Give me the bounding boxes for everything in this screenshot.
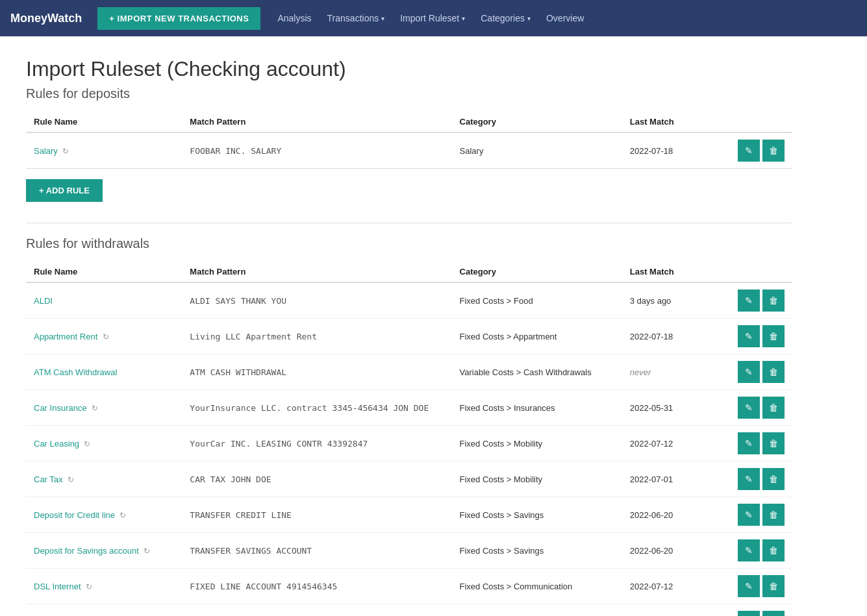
nav-link-transactions[interactable]: Transactions▾	[321, 13, 392, 23]
delete-rule-button[interactable]: 🗑	[762, 325, 785, 347]
rule-name-link[interactable]: Car Leasing	[34, 439, 79, 449]
match-pattern-cell: GreenPower Corporated account no. 473293…	[182, 604, 451, 617]
withdrawals-section-title: Rules for withdrawals	[26, 236, 792, 251]
edit-rule-button[interactable]: ✎	[738, 611, 760, 616]
table-row: Car Tax ↻CAR TAX JOHN DOEFixed Costs > M…	[26, 462, 792, 497]
deposits-table: Rule Name Match Pattern Category Last Ma…	[26, 112, 792, 169]
rule-name-link[interactable]: ATM Cash Withdrawal	[34, 367, 117, 377]
rule-name-link[interactable]: Appartment Rent	[34, 332, 97, 341]
match-pattern-cell: YourCar INC. LEASING CONTR 43392847	[182, 426, 451, 462]
category-cell: Fixed Costs > Savings	[452, 533, 622, 569]
edit-rule-button[interactable]: ✎	[738, 468, 760, 490]
last-match-cell: never	[622, 354, 722, 390]
edit-rule-button[interactable]: ✎	[738, 361, 760, 383]
table-row: Deposit for Credit line ↻TRANSFER CREDIT…	[26, 497, 792, 533]
edit-icon: ✎	[745, 295, 753, 306]
match-pattern-cell: FOOBAR INC. SALARY	[182, 132, 451, 169]
edit-icon: ✎	[745, 402, 753, 413]
actions-cell: ✎🗑	[722, 569, 792, 604]
last-match-cell: 2022-07-18	[622, 132, 722, 169]
nav-link-analysis[interactable]: Analysis	[271, 13, 318, 23]
delete-rule-button[interactable]: 🗑	[762, 432, 785, 454]
rule-name-link[interactable]: Car Insurance	[34, 403, 87, 413]
actions-cell: ✎🗑	[722, 426, 792, 462]
actions-cell: ✎🗑	[722, 533, 792, 569]
chevron-down-icon: ▾	[462, 15, 465, 22]
rule-name-link[interactable]: Deposit for Savings account	[34, 546, 139, 556]
chevron-down-icon: ▾	[381, 15, 384, 22]
withdrawals-table: Rule Name Match Pattern Category Last Ma…	[26, 262, 792, 616]
category-cell: Fixed Costs > Appartment	[452, 604, 622, 617]
edit-rule-button[interactable]: ✎	[738, 290, 760, 312]
refresh-icon: ↻	[118, 511, 126, 520]
delete-rule-button[interactable]: 🗑	[762, 397, 785, 419]
action-buttons: ✎🗑	[729, 325, 785, 347]
actions-cell: ✎🗑	[722, 390, 792, 426]
table-row: ALDIALDI SAYS THANK YOUFixed Costs > Foo…	[26, 282, 792, 319]
import-new-transactions-button[interactable]: + IMPORT NEW TRANSACTIONS	[97, 7, 260, 30]
edit-icon: ✎	[745, 545, 753, 556]
edit-rule-button[interactable]: ✎	[738, 432, 760, 454]
trash-icon: 🗑	[769, 510, 778, 520]
navbar: MoneyWatch + IMPORT NEW TRANSACTIONS Ana…	[0, 0, 867, 36]
action-buttons: ✎🗑	[729, 432, 785, 454]
edit-icon: ✎	[745, 145, 753, 156]
col-header-match-pattern-deposits: Match Pattern	[182, 112, 451, 132]
match-pattern-cell: YourInsurance LLC. contract 3345-456434 …	[182, 390, 451, 426]
main-content: Import Ruleset (Checking account) Rules …	[0, 36, 818, 616]
delete-rule-button[interactable]: 🗑	[762, 539, 785, 561]
rule-name-link[interactable]: Deposit for Credit line	[34, 510, 115, 520]
nav-link-import-ruleset[interactable]: Import Ruleset▾	[394, 13, 471, 23]
trash-icon: 🗑	[769, 331, 778, 341]
edit-rule-button[interactable]: ✎	[738, 140, 760, 162]
rule-name-link[interactable]: ALDI	[34, 296, 53, 306]
col-header-actions-withdrawals	[722, 262, 792, 282]
match-pattern-cell: TRANSFER CREDIT LINE	[182, 497, 451, 533]
trash-icon: 🗑	[769, 367, 778, 377]
delete-rule-button[interactable]: 🗑	[762, 468, 785, 490]
refresh-icon: ↻	[100, 332, 108, 341]
edit-rule-button[interactable]: ✎	[738, 575, 760, 597]
edit-rule-button[interactable]: ✎	[738, 325, 760, 347]
category-cell: Fixed Costs > Mobility	[452, 426, 622, 462]
match-pattern-cell: CAR TAX JOHN DOE	[182, 462, 451, 497]
rule-name-link[interactable]: Salary	[34, 146, 58, 156]
add-rule-deposits-button[interactable]: + ADD RULE	[26, 179, 103, 202]
table-row: Car Insurance ↻YourInsurance LLC. contra…	[26, 390, 792, 426]
delete-rule-button[interactable]: 🗑	[762, 611, 785, 616]
delete-rule-button[interactable]: 🗑	[762, 140, 785, 162]
last-match-cell: 2022-07-18	[622, 319, 722, 354]
action-buttons: ✎🗑	[729, 539, 785, 561]
table-row: ATM Cash WithdrawalATM CASH WITHDRAWALVa…	[26, 354, 792, 390]
last-match-cell: 2022-07-01	[622, 462, 722, 497]
edit-rule-button[interactable]: ✎	[738, 397, 760, 419]
delete-rule-button[interactable]: 🗑	[762, 504, 785, 526]
edit-rule-button[interactable]: ✎	[738, 539, 760, 561]
table-row: Appartment Rent ↻Living LLC Apartment Re…	[26, 319, 792, 354]
edit-icon: ✎	[745, 474, 753, 484]
nav-link-categories[interactable]: Categories▾	[474, 13, 537, 23]
nav-links: AnalysisTransactions▾Import Ruleset▾Cate…	[271, 13, 590, 23]
col-header-category-withdrawals: Category	[452, 262, 622, 282]
category-cell: Salary	[452, 132, 622, 169]
edit-rule-button[interactable]: ✎	[738, 504, 760, 526]
col-header-match-pattern-withdrawals: Match Pattern	[182, 262, 451, 282]
col-header-actions-deposits	[722, 112, 792, 132]
brand: MoneyWatch	[10, 12, 82, 25]
last-match-cell: 2022-06-20	[622, 533, 722, 569]
edit-icon: ✎	[745, 331, 753, 341]
col-header-rule-name-deposits: Rule Name	[26, 112, 182, 132]
actions-cell: ✎🗑	[722, 132, 792, 169]
nav-link-overview[interactable]: Overview	[540, 13, 590, 23]
col-header-category-deposits: Category	[452, 112, 622, 132]
rule-name-link[interactable]: DSL Internet	[34, 582, 81, 591]
last-match-cell: 2022-05-31	[622, 390, 722, 426]
delete-rule-button[interactable]: 🗑	[762, 290, 785, 312]
edit-icon: ✎	[745, 367, 753, 377]
match-pattern-cell: TRANSFER SAVINGS ACCOUNT	[182, 533, 451, 569]
rule-name-link[interactable]: Car Tax	[34, 474, 63, 484]
delete-rule-button[interactable]: 🗑	[762, 361, 785, 383]
section-divider	[26, 223, 792, 223]
edit-icon: ✎	[745, 510, 753, 520]
delete-rule-button[interactable]: 🗑	[762, 575, 785, 597]
